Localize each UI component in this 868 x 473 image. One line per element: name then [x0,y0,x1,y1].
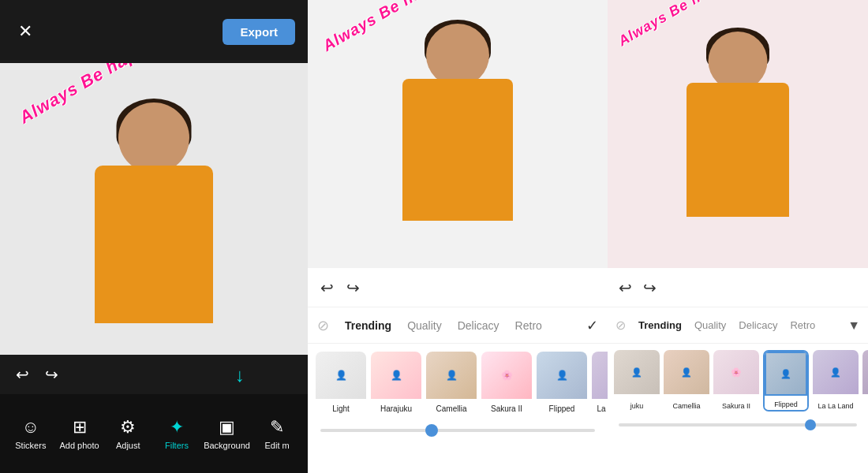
tab-trending-right[interactable]: Trending [638,316,682,334]
filter-thumb-camellia[interactable]: 👤 Camellia [426,352,477,415]
undo-button-left[interactable]: ↩ [16,365,29,384]
undo-button-right[interactable]: ↩ [619,278,632,297]
person-body [95,166,213,323]
redo-button-left[interactable]: ↪ [45,365,58,384]
undo-button-middle[interactable]: ↩ [320,278,334,297]
no-filter-icon-right: ⊘ [615,318,626,333]
intensity-slider-right[interactable] [619,423,857,426]
filter-preview-sakura2: 🌸 [713,350,759,394]
toolbar-stickers[interactable]: ☺ Stickers [9,417,52,450]
filter-tabs-middle: ⊘ Trending Quality Delicacy Retro ✓ [308,307,608,344]
redo-button-right[interactable]: ↪ [643,278,657,297]
filter-preview-sakura: 🌸 [481,352,532,399]
redo-button-middle[interactable]: ↪ [346,278,360,297]
filter-thumb-flipped2[interactable]: 👤 Flipped [763,350,809,412]
filter-preview-camellia: 👤 [426,352,477,399]
filter-strip-right: 👤 juku 👤 Camellia 🌸 Sakura II 👤 Flipped … [608,344,868,419]
toolbar-adjust-label: Adjust [116,441,140,450]
filter-label-laland: La La Land [813,400,859,412]
toolbar-add-photo[interactable]: ⊞ Add photo [58,417,101,450]
filter-label-flipped2: Flipped [765,399,807,410]
toolbar-edit[interactable]: ✎ Edit m [256,417,299,450]
person-figure [67,95,241,394]
middle-undo-row: ↩ ↪ [308,268,608,307]
filter-thumb-flipped[interactable]: 👤 Flipped [537,352,587,415]
filter-label-harajuku: Harajuku [371,403,421,415]
filter-preview-laland: 👤 [813,350,859,394]
close-button[interactable]: ✕ [13,19,38,44]
tab-retro-middle[interactable]: Retro [515,316,542,335]
filter-confirm-icon-middle[interactable]: ✓ [586,317,598,334]
toolbar-add-photo-label: Add photo [59,441,99,450]
filter-label-lalala: La l a l a n i [592,403,608,415]
filter-tabs-right: ⊘ Trending Quality Delicacy Retro ▼ [608,307,868,344]
filter-thumb-juku[interactable]: 👤 juku [614,350,660,412]
tab-retro-right[interactable]: Retro [790,316,815,334]
filter-preview-light: 👤 [316,352,366,399]
toolbar-background-label: Background [204,441,250,450]
person-head [118,102,189,173]
filter-label-light: Light [316,403,366,415]
mid-person [387,16,529,268]
toolbar-filters[interactable]: ✦ Filters [155,417,198,450]
toolbar-adjust[interactable]: ⚙ Adjust [107,417,150,450]
tab-quality-middle[interactable]: Quality [407,316,442,335]
export-button[interactable]: Export [223,19,295,45]
filter-preview-flipped: 👤 [537,352,587,399]
tab-quality-right[interactable]: Quality [694,316,726,334]
mid-head [426,24,489,87]
canvas-area: Always Be happy [0,63,308,394]
top-bar: ✕ Export [0,0,308,63]
filter-preview-flipped2: 👤 [765,352,807,396]
right-head [709,32,768,91]
filter-thumb-camellia2[interactable]: 👤 Camellia [664,350,709,412]
filter-preview-lalala: 👤 [592,352,608,399]
middle-photo-area: Always Be happy [308,0,608,268]
tab-delicacy-middle[interactable]: Delicacy [458,316,499,335]
toolbar-stickers-label: Stickers [15,441,46,450]
filter-label-sakura: Sakura II [481,403,532,415]
undo-row-left: ↩ ↪ ↓ [0,355,308,394]
right-person [671,24,805,268]
down-arrow-icon: ↓ [235,363,245,386]
sticker-icon: ☺ [22,417,39,438]
adjust-icon: ⚙ [120,417,136,438]
tab-trending-middle[interactable]: Trending [345,316,391,335]
right-body [687,83,789,217]
filter-icon: ✦ [170,417,184,438]
filter-thumb-sakura2[interactable]: 🌸 Sakura II [713,350,759,412]
filter-thumb-sakura[interactable]: 🌸 Sakura II [481,352,532,415]
middle-bottom-controls: ↩ ↪ ⊘ Trending Quality Delicacy Retro ✓ … [308,268,608,473]
filter-label-sakura2: Sakura II [713,400,759,412]
filter-thumb-harajuku[interactable]: 👤 Harajuku [371,352,421,415]
filter-preview-firstlove: 👤 [862,350,868,394]
filter-label-firstlove: First Love [862,400,868,412]
middle-photo-inner: Always Be happy [308,0,608,268]
filter-preview-harajuku: 👤 [371,352,421,399]
toolbar-background[interactable]: ▣ Background [204,417,250,450]
right-photo-area: Always Be happy [608,0,868,268]
tab-delicacy-right[interactable]: Delicacy [739,316,777,334]
toolbar-filters-label: Filters [165,441,189,450]
filter-label-flipped: Flipped [537,403,587,415]
filter-strip-middle: 👤 Light 👤 Harajuku 👤 Camellia 🌸 Sakura I… [308,344,608,423]
filter-label-camellia: Camellia [426,403,477,415]
background-icon: ▣ [219,417,235,438]
filter-preview-camellia2: 👤 [664,350,709,394]
right-bottom-controls: ↩ ↪ ⊘ Trending Quality Delicacy Retro ▼ … [608,268,868,473]
filter-thumb-firstlove[interactable]: 👤 First Love [862,350,868,412]
canvas-photo: Always Be happy [0,63,308,394]
intensity-row-middle [308,423,608,438]
edit-icon: ✎ [270,417,284,438]
filter-thumb-lalala[interactable]: 👤 La l a l a n i [592,352,608,415]
expand-icon-right[interactable]: ▼ [847,318,860,333]
bottom-toolbar: ☺ Stickers ⊞ Add photo ⚙ Adjust ✦ Filter… [0,394,308,473]
intensity-row-right [608,419,868,431]
mid-body [402,79,513,221]
filter-preview-juku: 👤 [614,350,660,394]
no-filter-icon-middle: ⊘ [317,317,329,334]
filter-thumb-light[interactable]: 👤 Light [316,352,366,415]
intensity-slider-middle[interactable] [320,429,595,432]
filter-label-camellia2: Camellia [664,400,709,412]
filter-thumb-laland[interactable]: 👤 La La Land [813,350,859,412]
